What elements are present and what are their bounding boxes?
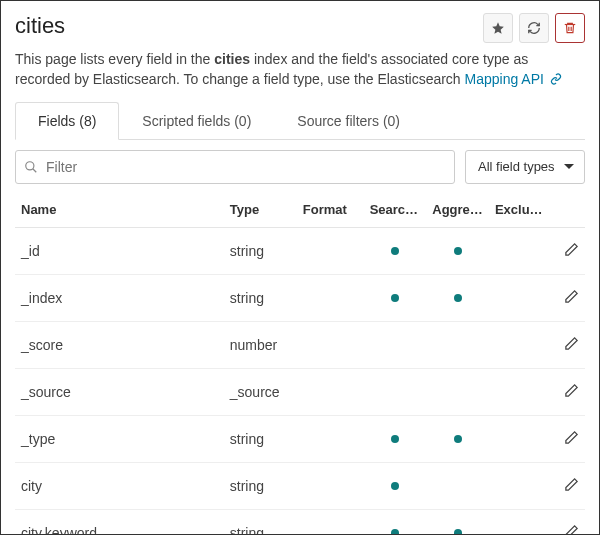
field-searchable <box>364 462 427 509</box>
col-excluded[interactable]: Exclud... <box>489 192 550 228</box>
tab-scripted-fields[interactable]: Scripted fields (0) <box>119 102 274 140</box>
search-icon <box>24 160 38 174</box>
field-aggregatable <box>426 227 489 274</box>
mapping-api-link[interactable]: Mapping API <box>465 71 544 87</box>
field-type: string <box>224 274 297 321</box>
pencil-icon <box>564 289 579 304</box>
page-title: cities <box>15 13 65 39</box>
fields-table: Name Type Format Search... Aggreg... Exc… <box>15 192 585 535</box>
table-row: citystring <box>15 462 585 509</box>
field-aggregatable <box>426 462 489 509</box>
trash-icon <box>563 21 577 35</box>
field-name: city.keyword <box>15 509 224 535</box>
field-format <box>297 274 364 321</box>
field-searchable <box>364 274 427 321</box>
field-aggregatable <box>426 509 489 535</box>
field-type: string <box>224 415 297 462</box>
field-searchable <box>364 509 427 535</box>
field-searchable <box>364 415 427 462</box>
field-excluded <box>489 462 550 509</box>
field-searchable <box>364 321 427 368</box>
desc-pre: This page lists every field in the <box>15 51 214 67</box>
field-name: _score <box>15 321 224 368</box>
field-name: _id <box>15 227 224 274</box>
pencil-icon <box>564 477 579 492</box>
dot-icon <box>391 435 399 443</box>
desc-index-name: cities <box>214 51 250 67</box>
page-description: This page lists every field in the citie… <box>15 49 585 91</box>
table-row: _source_source <box>15 368 585 415</box>
tab-source-filters[interactable]: Source filters (0) <box>274 102 423 140</box>
star-icon <box>491 21 505 35</box>
dot-icon <box>391 294 399 302</box>
field-format <box>297 462 364 509</box>
field-format <box>297 415 364 462</box>
col-format[interactable]: Format <box>297 192 364 228</box>
delete-button[interactable] <box>555 13 585 43</box>
pencil-icon <box>564 524 579 535</box>
dot-icon <box>454 247 462 255</box>
chevron-down-icon <box>564 164 574 169</box>
field-excluded <box>489 368 550 415</box>
edit-field-button[interactable] <box>549 509 585 535</box>
field-type: string <box>224 227 297 274</box>
dot-icon <box>391 529 399 535</box>
pencil-icon <box>564 430 579 445</box>
dot-icon <box>454 529 462 535</box>
tab-fields[interactable]: Fields (8) <box>15 102 119 140</box>
field-format <box>297 509 364 535</box>
field-excluded <box>489 274 550 321</box>
col-name[interactable]: Name <box>15 192 224 228</box>
edit-field-button[interactable] <box>549 462 585 509</box>
field-type: _source <box>224 368 297 415</box>
field-type-select-label: All field types <box>478 159 555 174</box>
field-aggregatable <box>426 274 489 321</box>
field-excluded <box>489 509 550 535</box>
header-buttons <box>483 13 585 43</box>
edit-field-button[interactable] <box>549 274 585 321</box>
dot-icon <box>391 247 399 255</box>
link-icon <box>550 70 562 90</box>
field-name: _source <box>15 368 224 415</box>
field-type-select[interactable]: All field types <box>465 150 585 184</box>
edit-field-button[interactable] <box>549 227 585 274</box>
tabs: Fields (8) Scripted fields (0) Source fi… <box>15 101 585 140</box>
edit-field-button[interactable] <box>549 321 585 368</box>
table-row: _scorenumber <box>15 321 585 368</box>
refresh-icon <box>527 21 541 35</box>
edit-field-button[interactable] <box>549 368 585 415</box>
index-pattern-page: cities This page lists every field in th… <box>0 0 600 535</box>
table-row: _typestring <box>15 415 585 462</box>
edit-field-button[interactable] <box>549 415 585 462</box>
col-type[interactable]: Type <box>224 192 297 228</box>
field-excluded <box>489 415 550 462</box>
field-name: city <box>15 462 224 509</box>
field-name: _type <box>15 415 224 462</box>
col-aggregatable[interactable]: Aggreg... <box>426 192 489 228</box>
set-default-button[interactable] <box>483 13 513 43</box>
field-searchable <box>364 227 427 274</box>
table-row: city.keywordstring <box>15 509 585 535</box>
col-searchable[interactable]: Search... <box>364 192 427 228</box>
field-name: _index <box>15 274 224 321</box>
refresh-button[interactable] <box>519 13 549 43</box>
pencil-icon <box>564 383 579 398</box>
dot-icon <box>454 435 462 443</box>
svg-point-0 <box>26 161 34 169</box>
table-row: _indexstring <box>15 274 585 321</box>
dot-icon <box>454 294 462 302</box>
field-format <box>297 227 364 274</box>
filter-row: All field types <box>15 150 585 184</box>
field-format <box>297 368 364 415</box>
table-row: _idstring <box>15 227 585 274</box>
field-format <box>297 321 364 368</box>
header: cities <box>15 11 585 45</box>
field-searchable <box>364 368 427 415</box>
field-type: string <box>224 509 297 535</box>
field-aggregatable <box>426 415 489 462</box>
field-type: number <box>224 321 297 368</box>
filter-input-wrap[interactable] <box>15 150 455 184</box>
field-aggregatable <box>426 368 489 415</box>
dot-icon <box>391 482 399 490</box>
filter-input[interactable] <box>44 158 446 176</box>
